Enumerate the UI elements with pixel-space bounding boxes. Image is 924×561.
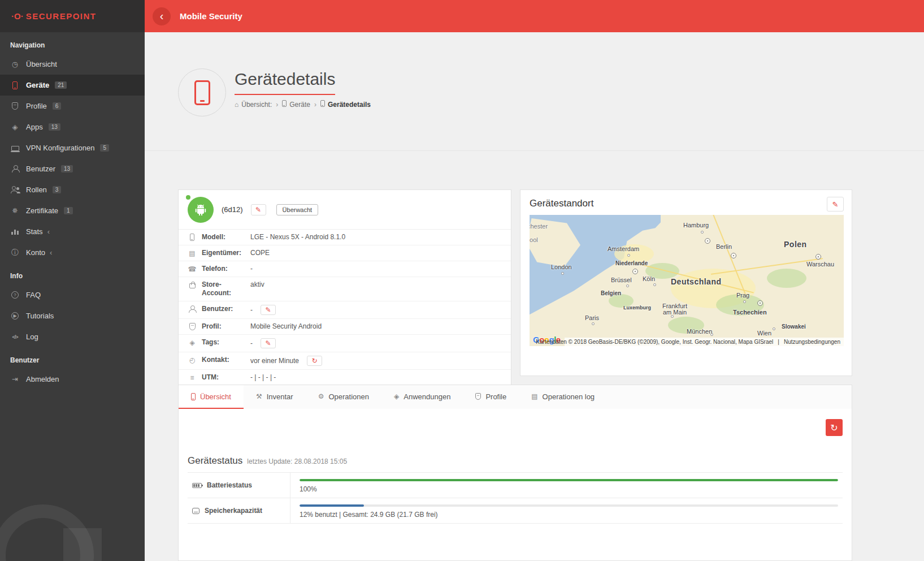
dashboard-icon: ◷ <box>10 60 20 68</box>
sidebar-item-konto[interactable]: ⓘ Konto ‹ <box>0 242 145 263</box>
map-city-dot <box>627 254 630 257</box>
sidebar-item-rollen[interactable]: Rollen 3 <box>0 179 145 200</box>
refresh-status-button[interactable]: ↻ <box>826 419 843 436</box>
certificate-icon: ✵ <box>10 206 20 215</box>
page-icon-circle <box>178 68 226 116</box>
phone-icon <box>282 100 287 109</box>
device-field-kontakt: ◴ Kontakt: vor einer Minute ↻ <box>179 352 511 370</box>
brand-name: SECUREPOINT <box>26 11 97 21</box>
map-marker-icon <box>705 238 710 244</box>
sidebar-item-geraete[interactable]: Geräte 21 <box>0 75 145 96</box>
sidebar-item-zertifikate[interactable]: ✵ Zertifikate 1 <box>0 200 145 221</box>
laptop-icon <box>10 145 20 151</box>
status-table: Batteriestatus 100% Speicherkapazität <box>188 472 843 524</box>
map-label: chester <box>530 223 548 230</box>
edit-location-button[interactable]: ✎ <box>827 197 844 212</box>
attribution-text: Kartendaten © 2018 GeoBasis-DE/BKG (©200… <box>536 339 773 345</box>
breadcrumb: ⌂ Übersicht: › Geräte › Gerätedetails <box>235 100 371 109</box>
tab-anwendungen[interactable]: ◈ Anwendungen <box>381 385 463 409</box>
sidebar-item-label: Abmelden <box>26 375 59 383</box>
nav-section-navigation: Navigation <box>0 32 145 54</box>
back-button[interactable]: ‹ <box>153 7 171 25</box>
sidebar-item-stats[interactable]: Stats ‹ <box>0 221 145 242</box>
map-label: Prag <box>736 292 749 299</box>
brand-logo[interactable]: ·O· SECUREPOINT <box>0 0 145 32</box>
sidebar-item-tutorials[interactable]: ▶ Tutorials <box>0 305 145 326</box>
edit-tags-button[interactable]: ✎ <box>261 338 276 348</box>
tab-operationen-log[interactable]: ▤ Operationen log <box>519 385 607 409</box>
online-status-dot <box>186 195 190 200</box>
info-icon: ⓘ <box>10 248 20 258</box>
edit-benutzer-button[interactable]: ✎ <box>261 305 276 315</box>
sidebar-item-faq[interactable]: ? FAQ <box>0 284 145 305</box>
refresh-kontakt-button[interactable]: ↻ <box>307 356 322 366</box>
sidebar-item-profile[interactable]: Profile 6 <box>0 96 145 116</box>
map-card-title: Gerätestandort <box>520 190 852 209</box>
tab-operationen[interactable]: ⚙ Operationen <box>306 385 381 409</box>
map-label: Frankfurt am Main <box>657 303 692 316</box>
sidebar-item-label: VPN Konfigurationen <box>26 144 94 152</box>
map-label: Polen <box>784 240 807 249</box>
tab-profile[interactable]: Profile <box>463 385 519 409</box>
shopping-bag-icon <box>188 281 197 288</box>
device-head: (6d12) ✎ Überwacht <box>179 190 511 230</box>
user-icon <box>10 165 20 172</box>
tab-inventar[interactable]: ⚒ Inventar <box>244 385 306 409</box>
edit-device-name-button[interactable]: ✎ <box>251 204 266 215</box>
device-field-tags: ◈ Tags: - ✎ <box>179 335 511 352</box>
map-label: Warschau <box>806 261 834 267</box>
map-label: Deutschland <box>671 277 722 286</box>
shield-icon <box>188 323 197 330</box>
brand-mark: ·O· <box>11 11 24 21</box>
google-map[interactable]: chester pool Hamburg Berlin Polen Amster… <box>530 215 844 346</box>
map-label: München <box>687 328 712 335</box>
phone-icon <box>191 393 196 400</box>
wrench-icon: ⚒ <box>256 392 262 400</box>
count-badge: 13 <box>61 165 73 172</box>
terms-link[interactable]: Nutzungsbedingungen <box>784 339 840 345</box>
sidebar-item-abmelden[interactable]: ⇥ Abmelden <box>0 369 145 390</box>
map-attribution: Kartendaten © 2018 GeoBasis-DE/BKG (©200… <box>565 338 844 346</box>
device-field-telefon: ☎ Telefon: - <box>179 261 511 277</box>
sidebar-item-label: Übersicht <box>26 60 57 68</box>
map-city-dot <box>743 300 746 303</box>
device-field-utm: ≡ UTM: - | - | - | - <box>179 370 511 385</box>
home-icon: ⌂ <box>235 101 238 109</box>
sidebar-item-label: Benutzer <box>26 165 55 173</box>
count-badge: 21 <box>55 81 67 89</box>
device-name: (6d12) <box>222 205 243 214</box>
phone-icon <box>10 81 20 89</box>
sidebar-item-log[interactable]: </> Log <box>0 326 145 347</box>
map-label: Belgien <box>601 290 621 296</box>
tab-uebersicht[interactable]: Übersicht <box>179 385 244 409</box>
map-marker-icon <box>757 300 763 306</box>
sidebar-item-label: Profile <box>26 102 47 110</box>
clock-icon: ◴ <box>188 356 197 364</box>
breadcrumb-uebersicht[interactable]: ⌂ Übersicht: <box>235 101 272 109</box>
count-badge: 13 <box>49 123 60 131</box>
sidebar-item-uebersicht[interactable]: ◷ Übersicht <box>0 54 145 75</box>
device-field-store-account: Store-Account: aktiv <box>179 277 511 301</box>
chart-icon <box>10 228 20 235</box>
sidebar-item-apps[interactable]: ◈ Apps 13 <box>0 116 145 137</box>
map-marker-icon <box>731 253 736 258</box>
pencil-icon: ✎ <box>265 306 271 314</box>
map-label: Amsterdam <box>608 245 639 252</box>
device-field-benutzer: Benutzer: - ✎ <box>179 301 511 319</box>
count-badge: 6 <box>53 102 62 110</box>
device-tabs: Übersicht ⚒ Inventar ⚙ Operationen ◈ Anw… <box>178 385 852 409</box>
list-icon: ≡ <box>188 374 197 382</box>
breadcrumb-geraete[interactable]: Geräte <box>282 100 310 109</box>
user-icon <box>188 305 197 313</box>
sidebar-item-vpn[interactable]: VPN Konfigurationen 5 <box>0 137 145 158</box>
battery-icon <box>192 483 202 488</box>
question-icon: ? <box>10 291 20 299</box>
map-city-dot <box>701 231 704 234</box>
attribution-separator: | <box>778 339 779 345</box>
map-label: Wien <box>757 330 771 336</box>
sidebar-item-benutzer[interactable]: Benutzer 13 <box>0 158 145 179</box>
device-info-card: (6d12) ✎ Überwacht Modell: LGE - Nexus 5… <box>178 189 511 386</box>
storage-value-text: 12% benutzt | Gesamt: 24.9 GB (21.7 GB f… <box>300 511 838 519</box>
document-icon: ▤ <box>531 392 537 400</box>
breadcrumb-separator: › <box>276 101 278 109</box>
